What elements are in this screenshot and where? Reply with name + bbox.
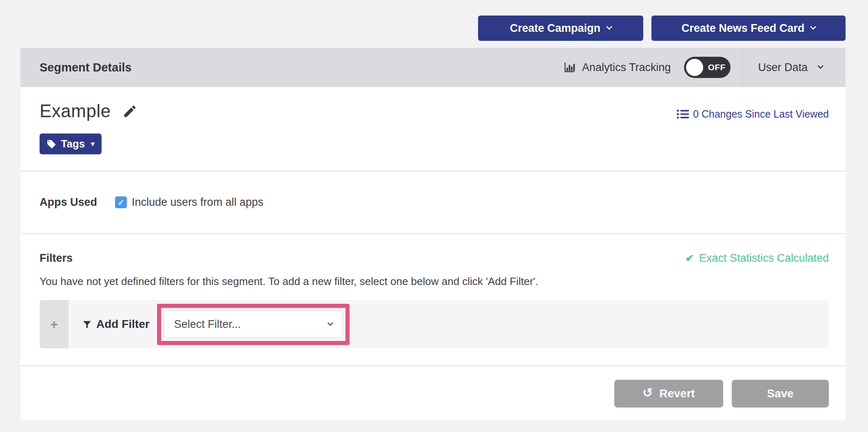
save-button[interactable]: Save <box>732 380 829 408</box>
exact-statistics-status: ✔ Exact Statistics Calculated <box>685 252 829 265</box>
create-news-feed-card-label: Create News Feed Card <box>682 22 805 35</box>
create-campaign-button[interactable]: Create Campaign <box>478 16 643 41</box>
create-news-feed-card-button[interactable]: Create News Feed Card <box>651 16 846 41</box>
analytics-tracking-toggle[interactable]: OFF <box>684 57 731 78</box>
chevron-down-icon <box>606 23 613 30</box>
segment-details-card: Segment Details Analytics Tracking OFF <box>20 48 846 421</box>
add-filter-group-button[interactable]: + <box>40 300 69 348</box>
tags-button[interactable]: Tags ▾ <box>40 134 102 154</box>
revert-button[interactable]: ↺ Revert <box>614 380 723 408</box>
select-filter-dropdown[interactable]: Select Filter... <box>164 311 343 338</box>
segment-name: Example <box>40 101 111 121</box>
chevron-down-icon <box>328 320 333 326</box>
page-title: Segment Details <box>40 61 132 74</box>
revert-arrow-icon: ↺ <box>642 387 653 399</box>
tag-icon <box>46 139 56 149</box>
chevron-down-icon <box>810 23 817 30</box>
create-campaign-label: Create Campaign <box>510 22 600 35</box>
apps-used-label: Apps Used <box>40 196 97 209</box>
card-footer: ↺ Revert Save <box>20 365 846 421</box>
select-filter-placeholder: Select Filter... <box>174 318 241 331</box>
card-header-right: Analytics Tracking OFF User Data <box>563 48 846 87</box>
add-filter-label-group: Add Filter <box>82 318 150 331</box>
add-filter-label: Add Filter <box>96 318 150 331</box>
tags-label: Tags <box>61 138 85 150</box>
analytics-tracking-label: Analytics Tracking <box>582 61 671 74</box>
save-label: Save <box>767 387 793 400</box>
revert-label: Revert <box>659 387 695 400</box>
user-data-label: User Data <box>758 61 808 74</box>
analytics-tracking-group: Analytics Tracking OFF <box>563 57 731 78</box>
top-action-bar: Create Campaign Create News Feed Card <box>478 16 846 41</box>
filters-empty-text: You have not yet defined filters for thi… <box>40 275 829 288</box>
include-all-apps-label: Include users from all apps <box>132 196 264 209</box>
annotation-highlight-box: Select Filter... <box>157 304 350 345</box>
edit-pencil-icon[interactable] <box>122 104 137 119</box>
funnel-icon <box>82 319 92 330</box>
add-filter-row: + Add Filter Select Filter... <box>40 300 829 348</box>
segment-title-section: Example 0 Changes Since Last Viewed <box>20 87 846 171</box>
filters-section: Filters ✔ Exact Statistics Calculated Yo… <box>20 234 846 365</box>
chevron-down-icon <box>817 62 824 69</box>
plus-icon: + <box>50 317 58 332</box>
filters-header: Filters ✔ Exact Statistics Calculated <box>40 252 829 265</box>
include-all-apps-checkbox[interactable]: ✓ <box>115 196 127 208</box>
exact-statistics-label: Exact Statistics Calculated <box>699 252 829 265</box>
bar-chart-icon <box>563 61 576 74</box>
card-header: Segment Details Analytics Tracking OFF <box>20 48 846 87</box>
user-data-dropdown[interactable]: User Data <box>742 48 846 87</box>
filters-title: Filters <box>40 252 73 265</box>
changes-link-label: 0 Changes Since Last Viewed <box>693 108 829 120</box>
toggle-knob <box>686 59 703 76</box>
apps-used-section: Apps Used ✓ Include users from all apps <box>20 171 846 233</box>
list-icon <box>677 109 689 119</box>
toggle-state-label: OFF <box>708 62 726 72</box>
changes-since-last-viewed-link[interactable]: 0 Changes Since Last Viewed <box>677 108 829 120</box>
checkbox-check-icon: ✓ <box>117 198 124 207</box>
check-icon: ✔ <box>685 252 694 264</box>
caret-down-icon: ▾ <box>91 140 95 147</box>
